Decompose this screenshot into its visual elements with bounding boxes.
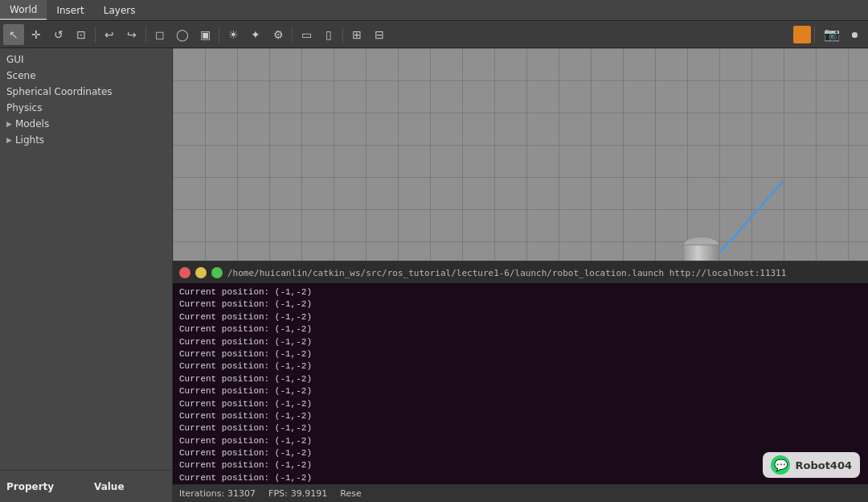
tree-item-gui-label: GUI bbox=[6, 54, 24, 65]
effects-button[interactable]: ✦ bbox=[245, 24, 266, 45]
iterations-label: Iterations: bbox=[179, 488, 224, 499]
separator-6 bbox=[814, 27, 815, 43]
terminal-line: Current position: (-1,-2) bbox=[179, 422, 862, 434]
tree-item-models[interactable]: Models bbox=[0, 116, 172, 132]
toolbar: ↖ ✛ ↺ ⊡ ↩ ↪ ◻ ◯ ▣ ☀ ✦ ⚙ ▭ ▯ ⊞ ⊟ 📷 ⏺ bbox=[0, 21, 868, 48]
tree-item-spherical[interactable]: Spherical Coordinates bbox=[0, 84, 172, 100]
watermark-text: Robot404 bbox=[795, 459, 852, 471]
reset-status[interactable]: Rese bbox=[340, 488, 361, 499]
terminal-line: Current position: (-1,-2) bbox=[179, 472, 862, 484]
viewport[interactable]: /home/huicanlin/catkin_ws/src/ros_tutori… bbox=[173, 48, 868, 502]
tree-item-models-label: Models bbox=[15, 118, 49, 130]
status-bar: Iterations: 31307 FPS: 39.9191 Rese bbox=[173, 484, 868, 502]
undo-button[interactable]: ↩ bbox=[99, 24, 120, 45]
terminal-line: Current position: (-1,-2) bbox=[179, 385, 862, 397]
tree-item-physics[interactable]: Physics bbox=[0, 100, 172, 116]
redo-button[interactable]: ↪ bbox=[121, 24, 142, 45]
menu-tab-world[interactable]: World bbox=[0, 0, 47, 20]
grid-button[interactable]: ⊞ bbox=[346, 24, 367, 45]
tree-item-physics-label: Physics bbox=[6, 102, 42, 113]
terminal-close-button[interactable] bbox=[179, 267, 190, 278]
tree-item-lights-label: Lights bbox=[15, 134, 44, 146]
watermark-icon: 💬 bbox=[771, 455, 790, 475]
view1-button[interactable]: ▭ bbox=[296, 24, 317, 45]
separator-4 bbox=[292, 27, 293, 43]
menu-tab-layers[interactable]: Layers bbox=[94, 0, 145, 20]
separator-2 bbox=[145, 27, 146, 43]
snap-button[interactable]: ⊟ bbox=[369, 24, 390, 45]
screenshot-button[interactable]: 📷 bbox=[821, 24, 842, 45]
box-select-button[interactable]: ◻ bbox=[149, 24, 170, 45]
fps-value: 39.9191 bbox=[291, 488, 328, 499]
terminal-line: Current position: (-1,-2) bbox=[179, 286, 862, 298]
select-tool-button[interactable]: ↖ bbox=[3, 24, 24, 45]
separator-1 bbox=[95, 27, 96, 43]
terminal-maximize-button[interactable] bbox=[211, 267, 223, 278]
terminal-line: Current position: (-1,-2) bbox=[179, 373, 862, 385]
terminal-line: Current position: (-1,-2) bbox=[179, 348, 862, 360]
separator-5 bbox=[342, 27, 343, 43]
top-menu-bar: World Insert Layers bbox=[0, 0, 868, 21]
reset-label: Rese bbox=[340, 488, 361, 499]
tree-item-scene-label: Scene bbox=[6, 70, 36, 81]
scale-tool-button[interactable]: ⊡ bbox=[71, 24, 92, 45]
terminal-line: Current position: (-1,-2) bbox=[179, 398, 862, 410]
terminal-path: /home/huicanlin/catkin_ws/src/ros_tutori… bbox=[227, 268, 862, 278]
terminal-line: Current position: (-1,-2) bbox=[179, 447, 862, 459]
terminal-titlebar: /home/huicanlin/catkin_ws/src/ros_tutori… bbox=[173, 262, 868, 283]
terminal-line: Current position: (-1,-2) bbox=[179, 336, 862, 348]
iterations-value: 31307 bbox=[227, 488, 256, 499]
tree-item-scene[interactable]: Scene bbox=[0, 68, 172, 84]
circle-select-button[interactable]: ◯ bbox=[172, 24, 193, 45]
rotate-tool-button[interactable]: ↺ bbox=[48, 24, 69, 45]
terminal-line: Current position: (-1,-2) bbox=[179, 298, 862, 311]
rect-select-button[interactable]: ▣ bbox=[194, 24, 215, 45]
physics-button[interactable]: ⚙ bbox=[268, 24, 289, 45]
world-tree: GUI Scene Spherical Coordinates Physics … bbox=[0, 48, 172, 470]
terminal-line: Current position: (-1,-2) bbox=[179, 410, 862, 422]
main-layout: GUI Scene Spherical Coordinates Physics … bbox=[0, 48, 868, 502]
view2-button[interactable]: ▯ bbox=[318, 24, 339, 45]
terminal-line: Current position: (-1,-2) bbox=[179, 360, 862, 372]
terminal-line: Current position: (-1,-2) bbox=[179, 323, 862, 335]
separator-3 bbox=[219, 27, 219, 43]
property-col-label: Property bbox=[6, 481, 78, 492]
property-panel: Property Value bbox=[0, 470, 172, 502]
menu-tab-insert[interactable]: Insert bbox=[47, 0, 93, 20]
record-button[interactable]: ⏺ bbox=[844, 24, 865, 45]
terminal-line: Current position: (-1,-2) bbox=[179, 435, 862, 447]
terminal-minimize-button[interactable] bbox=[195, 267, 207, 278]
fps-status: FPS: 39.9191 bbox=[268, 488, 327, 499]
left-panel: GUI Scene Spherical Coordinates Physics … bbox=[0, 48, 173, 502]
fps-label: FPS: bbox=[268, 488, 288, 499]
translate-tool-button[interactable]: ✛ bbox=[26, 24, 47, 45]
tree-item-lights[interactable]: Lights bbox=[0, 132, 172, 148]
light-button[interactable]: ☀ bbox=[223, 24, 244, 45]
watermark: 💬 Robot404 bbox=[763, 452, 860, 478]
terminal-line: Current position: (-1,-2) bbox=[179, 311, 862, 323]
value-col-label: Value bbox=[78, 481, 166, 492]
property-header: Property Value bbox=[0, 481, 172, 492]
terminal-line: Current position: (-1,-2) bbox=[179, 459, 862, 471]
iterations-status: Iterations: 31307 bbox=[179, 488, 256, 499]
tree-item-gui[interactable]: GUI bbox=[0, 51, 172, 68]
color-indicator bbox=[793, 26, 811, 43]
tree-item-spherical-label: Spherical Coordinates bbox=[6, 86, 113, 97]
